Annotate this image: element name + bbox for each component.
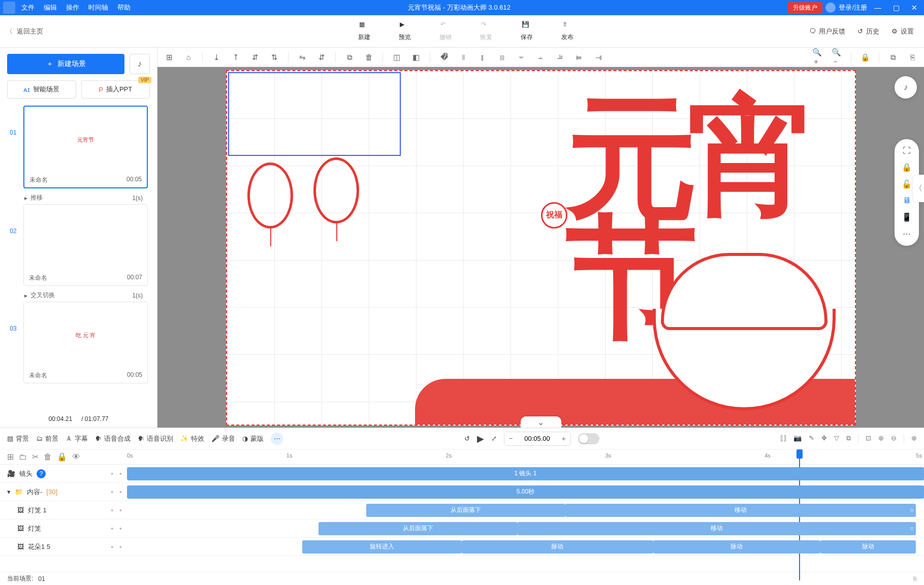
foreground-button[interactable]: 🗂前景 <box>36 434 58 443</box>
marker-icon[interactable]: ✥ <box>821 434 827 443</box>
scene-music-button[interactable]: ♪ <box>130 54 150 74</box>
align-right-icon[interactable]: ⫿ <box>477 52 488 63</box>
zoom-out-icon[interactable]: 🔍－ <box>832 52 843 63</box>
timeline-clip[interactable]: 脉动 <box>653 540 820 554</box>
tts-button[interactable]: 🗣语音合成 <box>95 434 131 443</box>
ruler-toggle-icon[interactable]: ⊞ <box>164 52 175 63</box>
mobile-preview-icon[interactable]: 📱 <box>902 212 912 222</box>
flip-h-icon[interactable]: ⇋ <box>297 52 308 63</box>
fit-screen-icon[interactable]: ⛶ <box>903 146 911 155</box>
save-button[interactable]: 💾保存 <box>521 21 533 42</box>
rewind-icon[interactable]: ↺ <box>464 435 470 442</box>
lantern-shape[interactable] <box>313 157 359 223</box>
delete-icon[interactable]: 🗑 <box>363 52 374 63</box>
align-left-icon[interactable]: �ີ <box>438 52 450 63</box>
scene-item[interactable]: 02 未命名00:07 <box>7 204 148 286</box>
camera-lock-icon[interactable]: 🔒 <box>902 162 912 172</box>
keyframe-in-icon[interactable]: ⟦⟧ <box>780 434 786 443</box>
redo-button[interactable]: ↷恢复 <box>480 21 492 42</box>
track-dot-icon[interactable]: • <box>119 470 122 478</box>
loop-toggle[interactable] <box>578 433 599 444</box>
menu-edit[interactable]: 编辑 <box>44 3 57 12</box>
login-button[interactable]: 登录/注册 <box>839 3 867 12</box>
timeline-clip[interactable]: 从后面落下 <box>318 522 518 535</box>
unlock-icon[interactable]: 🔓 <box>902 179 912 189</box>
timeline-clip[interactable]: 旋转进入 <box>302 540 462 554</box>
scene-transition[interactable]: ▸推移1(s) <box>7 191 148 204</box>
more-icon[interactable]: ⋯ <box>903 229 911 239</box>
spacing-icon[interactable]: ⫣ <box>593 52 604 63</box>
mask-icon[interactable]: ◧ <box>410 52 422 63</box>
align-bot2-icon[interactable]: ⫡ <box>554 52 565 63</box>
distribute-h-icon[interactable]: ⫼ <box>496 52 507 63</box>
timeline-clip[interactable]: 1 镜头 1 <box>127 467 924 480</box>
group-icon[interactable]: ⧉ <box>344 52 355 63</box>
snapshot-icon[interactable]: 📷 <box>793 434 802 443</box>
new-scene-button[interactable]: ＋新建场景 <box>7 54 124 74</box>
time-input[interactable] <box>518 435 557 442</box>
zoom-in-timeline-icon[interactable]: ⊕ <box>878 434 884 443</box>
feedback-button[interactable]: 🗨用户反馈 <box>809 27 845 36</box>
scene-item[interactable]: 01 元宵节 未命名00:05 <box>7 106 148 188</box>
time-increment-button[interactable]: ＋ <box>557 432 570 445</box>
paste-icon[interactable]: ⎘ <box>907 52 918 63</box>
undo-button[interactable]: ↶撤销 <box>439 21 452 42</box>
flip-v-icon[interactable]: ⇵ <box>316 52 327 63</box>
scene-card[interactable]: 元宵节 未命名00:05 <box>23 106 148 188</box>
align-top-icon[interactable]: ⤒ <box>230 52 241 63</box>
menu-help[interactable]: 帮助 <box>117 3 131 12</box>
back-home-button[interactable]: 〈 返回主页 <box>0 27 122 36</box>
align-mid2-icon[interactable]: ⫠ <box>535 52 546 63</box>
asr-button[interactable]: 🗣语音识别 <box>138 434 173 443</box>
time-decrement-button[interactable]: − <box>504 432 518 445</box>
sheet-icon[interactable]: ⎘ <box>913 575 917 582</box>
align-vcenter-icon[interactable]: ⇵ <box>249 52 261 63</box>
publish-button[interactable]: ⇧发布 <box>561 21 573 42</box>
add-scene-track-icon[interactable]: ⊞ <box>7 452 14 462</box>
timeline-clip[interactable]: 移动≡ <box>518 522 916 535</box>
track-dot-icon[interactable]: • <box>119 488 122 496</box>
fit-icon[interactable]: ⊡ <box>866 434 871 443</box>
playhead[interactable] <box>796 449 803 459</box>
lantern-shape[interactable] <box>247 162 293 229</box>
scene-card[interactable]: 未命名00:07 <box>23 204 148 286</box>
align-hcenter-icon[interactable]: ⫴ <box>458 52 469 63</box>
mask-button[interactable]: ◑蒙版 <box>242 434 264 443</box>
clip-handle-icon[interactable]: ≡ <box>910 525 915 532</box>
subtitle-button[interactable]: Ａ字幕 <box>66 434 88 443</box>
track-dot-icon[interactable]: • <box>111 470 113 478</box>
track-dot-icon[interactable]: • <box>111 506 113 514</box>
track-dot-icon[interactable]: • <box>111 488 113 496</box>
expand-right-panel-icon[interactable]: 〈 <box>913 175 924 202</box>
timeline-clip[interactable]: 从后面落下 <box>366 504 565 517</box>
distribute-v-icon[interactable]: ⫢ <box>573 52 585 63</box>
selection-box[interactable] <box>228 72 401 156</box>
menu-timeline[interactable]: 时间轴 <box>88 3 108 12</box>
clip-handle-icon[interactable]: ≡ <box>910 507 915 514</box>
trash-icon[interactable]: 🗑 <box>44 452 52 462</box>
zoom-in-icon[interactable]: 🔍＋ <box>812 52 823 63</box>
menu-file[interactable]: 文件 <box>21 3 35 12</box>
track-dot-icon[interactable]: • <box>119 525 122 533</box>
timeline-clip[interactable]: 移动≡ <box>565 504 916 517</box>
track-dot-icon[interactable]: • <box>111 525 113 533</box>
cut-icon[interactable]: ✂ <box>32 452 39 462</box>
track-lock-icon[interactable]: 🔒 <box>57 452 67 462</box>
align-bottom-icon[interactable]: ⤓ <box>211 52 222 63</box>
canvas-stage[interactable]: 元宵节 祝福 <box>226 70 856 426</box>
lock-icon[interactable]: 🔒 <box>859 52 871 63</box>
collapse-timeline-icon[interactable]: ⌄ <box>521 416 561 428</box>
fullscreen-icon[interactable]: ⤢ <box>491 435 497 442</box>
align-vspread-icon[interactable]: ⇅ <box>269 52 280 63</box>
crop-icon[interactable]: ◫ <box>391 52 402 63</box>
track-dot-icon[interactable]: • <box>111 543 113 551</box>
timeline-clip[interactable]: 5.00秒 <box>127 485 924 499</box>
new-button[interactable]: ▦新建 <box>358 21 370 42</box>
caret-down-icon[interactable]: ▾ <box>7 488 11 496</box>
zoom-out-timeline-icon[interactable]: ⊖ <box>891 434 897 443</box>
desktop-preview-icon[interactable]: 🖥 <box>903 196 911 205</box>
align-top2-icon[interactable]: ⫟ <box>516 52 527 63</box>
timeline-clip[interactable]: 脉动 <box>820 540 916 554</box>
add-track-icon[interactable]: ⊕ <box>911 434 917 443</box>
menu-action[interactable]: 操作 <box>66 3 79 12</box>
